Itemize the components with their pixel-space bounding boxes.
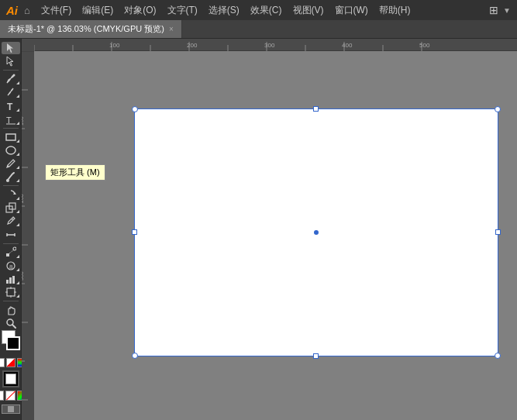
- menu-select[interactable]: 选择(S): [204, 2, 244, 19]
- hand-tool[interactable]: [2, 304, 20, 316]
- toolbar-separator-3: [3, 185, 19, 186]
- canvas-area[interactable]: 100 200 300 400 500 100 200 300: [22, 39, 517, 420]
- menu-file[interactable]: 文件(F): [36, 2, 76, 19]
- toolbar-separator-2: [3, 128, 19, 129]
- svg-point-5: [6, 146, 16, 154]
- tab-close-button[interactable]: ×: [169, 25, 174, 33]
- toolbar-separator-1: [3, 70, 19, 71]
- svg-line-28: [12, 325, 16, 328]
- svg-text:200: 200: [22, 194, 24, 203]
- svg-point-0: [12, 74, 15, 77]
- toolbar-separator-5: [3, 301, 19, 301]
- type-tool[interactable]: T: [2, 99, 20, 112]
- menu-effect[interactable]: 效果(C): [246, 2, 287, 19]
- title-bar-right: ⊞ ▼: [489, 4, 511, 16]
- brush-tool[interactable]: [2, 170, 20, 183]
- eyedropper-tool[interactable]: [2, 215, 20, 227]
- pen-tool[interactable]: [2, 73, 20, 85]
- menu-text[interactable]: 文字(T): [163, 2, 202, 19]
- background-color[interactable]: [5, 374, 16, 384]
- svg-text:200: 200: [187, 42, 198, 49]
- menu-view[interactable]: 视图(V): [288, 2, 329, 19]
- pencil-tool[interactable]: [2, 157, 20, 170]
- menubar: 文件(F) 编辑(E) 对象(O) 文字(T) 选择(S) 效果(C) 视图(V…: [36, 2, 415, 19]
- svg-rect-14: [6, 253, 9, 256]
- svg-point-15: [13, 247, 16, 250]
- menu-object[interactable]: 对象(O): [119, 2, 160, 19]
- pen-alt-tool[interactable]: [2, 86, 20, 98]
- svg-text:400: 400: [342, 42, 353, 49]
- canvas-page[interactable]: [134, 108, 498, 356]
- svg-text:T: T: [6, 115, 12, 125]
- svg-text:100: 100: [109, 42, 120, 49]
- svg-rect-4: [6, 134, 16, 140]
- svg-rect-22: [7, 288, 15, 296]
- title-bar: Ai ⌂ 文件(F) 编辑(E) 对象(O) 文字(T) 选择(S) 效果(C)…: [0, 0, 517, 20]
- zoom-tool[interactable]: [2, 317, 20, 329]
- tool-tooltip: 矩形工具 (M): [45, 164, 105, 181]
- svg-rect-19: [6, 280, 9, 284]
- tab-title: 未标题-1* @ 136.03% (CMYK/GPU 预览): [8, 23, 164, 35]
- measure-tool[interactable]: [2, 228, 20, 240]
- menu-help[interactable]: 帮助(H): [374, 2, 415, 19]
- column-graph-tool[interactable]: [2, 273, 20, 285]
- svg-point-6: [6, 179, 9, 182]
- svg-line-16: [9, 250, 13, 253]
- toolbar-separator-4: [3, 243, 19, 244]
- workspace-icon[interactable]: ⊞: [489, 4, 498, 16]
- color-swatches: [0, 330, 21, 417]
- rotate-tool[interactable]: [2, 188, 20, 201]
- rectangle-tool[interactable]: [2, 131, 20, 143]
- svg-rect-21: [12, 276, 15, 284]
- svg-text:500: 500: [419, 42, 430, 49]
- none-color-button[interactable]: [6, 358, 16, 367]
- menu-window[interactable]: 窗口(W): [330, 2, 373, 19]
- type-alt-tool[interactable]: T: [2, 113, 20, 126]
- svg-text:100: 100: [22, 116, 24, 126]
- svg-text:300: 300: [22, 271, 24, 281]
- app-logo: Ai: [6, 4, 18, 17]
- selection-tool[interactable]: [2, 42, 20, 54]
- svg-text:300: 300: [264, 42, 275, 49]
- ruler-vertical: 100 200 300: [22, 51, 34, 420]
- left-toolbar: T T: [0, 39, 22, 420]
- svg-text:8: 8: [9, 263, 13, 270]
- ruler-horizontal: 100 200 300 400 500: [22, 39, 517, 51]
- artboard-tool[interactable]: [2, 286, 20, 298]
- blend-tool[interactable]: [2, 246, 20, 258]
- ruler-h-ticks: 100 200 300 400 500: [34, 39, 517, 51]
- expand-icon[interactable]: ▼: [503, 6, 511, 15]
- ruler-corner: [22, 39, 34, 51]
- document-tab[interactable]: 未标题-1* @ 136.03% (CMYK/GPU 预览) ×: [0, 20, 182, 38]
- svg-rect-20: [9, 277, 12, 284]
- none-indicator[interactable]: [5, 391, 16, 401]
- stroke-fill-area[interactable]: [0, 330, 22, 355]
- svg-rect-45: [22, 51, 34, 420]
- default-colors-button[interactable]: [0, 358, 5, 367]
- stroke-swatch[interactable]: [6, 336, 20, 350]
- symbol-tool[interactable]: 8: [2, 260, 20, 272]
- menu-edit[interactable]: 编辑(E): [78, 2, 118, 19]
- main-area: T T: [0, 39, 517, 420]
- screen-mode-button[interactable]: [2, 405, 20, 414]
- tooltip-text: 矩形工具 (M): [50, 167, 100, 177]
- direct-selection-tool[interactable]: [2, 55, 20, 67]
- fill-indicator[interactable]: [0, 391, 4, 401]
- tab-bar: 未标题-1* @ 136.03% (CMYK/GPU 预览) ×: [0, 20, 517, 39]
- ellipse-tool[interactable]: [2, 144, 20, 157]
- home-icon[interactable]: ⌂: [24, 5, 30, 16]
- svg-text:T: T: [7, 102, 13, 112]
- scale-tool[interactable]: [2, 201, 20, 214]
- foreground-color[interactable]: [2, 370, 19, 387]
